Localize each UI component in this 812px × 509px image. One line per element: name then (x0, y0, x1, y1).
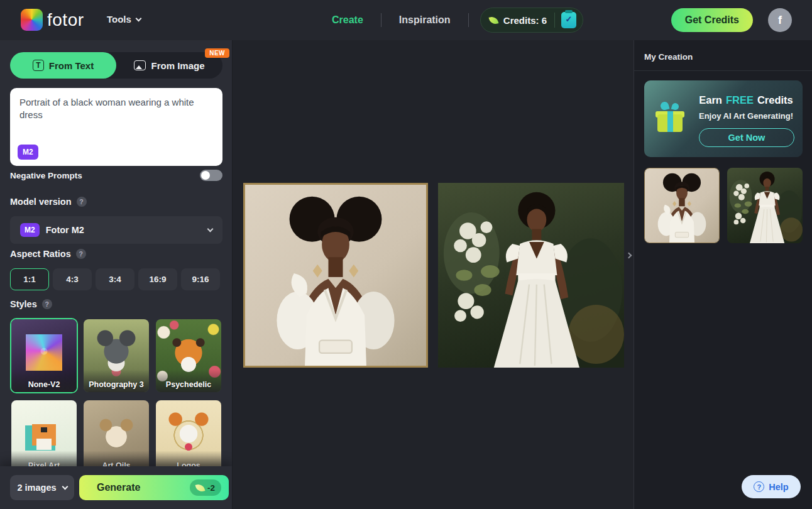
aspect-ratio-options: 1:1 4:3 3:4 16:9 9:16 (10, 268, 222, 290)
model-version-label: Model version (10, 197, 72, 207)
tab-from-text[interactable]: T From Text (10, 52, 116, 79)
get-now-button[interactable]: Get Now (699, 128, 794, 147)
get-credits-button[interactable]: Get Credits (671, 8, 753, 32)
creation-thumbnail-2[interactable] (727, 168, 803, 243)
aspect-3-4[interactable]: 3:4 (96, 268, 134, 290)
check-in-icon[interactable] (561, 12, 576, 28)
image-count-value: 2 images (17, 483, 56, 493)
style-name: Photography 3 (84, 380, 149, 389)
aspect-4-3[interactable]: 4:3 (53, 268, 92, 290)
aspect-9-16[interactable]: 9:16 (181, 268, 220, 290)
aspect-1-1[interactable]: 1:1 (10, 268, 49, 290)
help-label: Help (769, 482, 788, 492)
banner-free: FREE (726, 94, 754, 106)
generated-image-1[interactable] (243, 183, 428, 368)
new-badge: NEW (205, 48, 229, 58)
earn-credits-banner: Earn FREE Credits Enjoy AI Art Generatin… (644, 80, 803, 157)
source-tabbar: T From Text From Image (10, 52, 222, 79)
nav-link-inspiration[interactable]: Inspiration (381, 14, 468, 26)
model-version-heading: Model version ? (10, 197, 87, 207)
credits-divider (554, 13, 555, 28)
styles-grid: None-V2 Photography 3 Psychedelic Pixel … (10, 318, 222, 474)
panel-collapse-chevron[interactable] (627, 248, 631, 261)
style-none-v2[interactable]: None-V2 (10, 318, 78, 393)
user-avatar[interactable]: f (768, 8, 792, 32)
aspect-ratios-label: Aspect Ratios (10, 249, 71, 259)
tools-label: Tools (107, 14, 131, 25)
generate-button[interactable]: Generate -2 (79, 475, 229, 500)
banner-earn: Earn (699, 94, 722, 106)
styles-heading: Styles ? (10, 299, 52, 309)
style-photography-3[interactable]: Photography 3 (82, 318, 150, 393)
help-question-icon[interactable]: ? (77, 197, 87, 207)
credit-cost-value: -2 (207, 483, 215, 493)
style-pixel-art[interactable]: Pixel Art (10, 399, 78, 474)
generate-label: Generate (97, 482, 190, 493)
model-badge: M2 (20, 223, 40, 237)
prompt-model-badge: M2 (18, 145, 38, 160)
chevron-down-icon (207, 226, 214, 233)
help-button[interactable]: ? Help (742, 475, 801, 498)
credits-count: Credits: 6 (503, 15, 547, 26)
negative-prompts-toggle[interactable] (200, 170, 222, 181)
fotor-logo-text: fotor (47, 10, 84, 30)
my-creation-panel: My Creation Earn FREE Credits Enjoy AI A… (634, 40, 812, 509)
image-count-dropdown[interactable]: 2 images (10, 475, 74, 500)
my-creation-title: My Creation (644, 52, 693, 62)
panel-divider (634, 70, 812, 71)
prompt-input[interactable]: Portrait of a black woman wearing a whit… (10, 88, 222, 166)
negative-prompts-row: Negative Prompts (10, 170, 222, 181)
style-name: Psychedelic (156, 380, 221, 389)
text-icon: T (33, 60, 44, 71)
banner-credits: Credits (757, 94, 793, 106)
fotor-logo-icon (21, 9, 43, 31)
top-navbar: fotor Tools Create Inspiration My Creati… (0, 0, 812, 40)
aspect-ratios-heading: Aspect Ratios ? (10, 249, 86, 259)
model-value: Fotor M2 (46, 225, 208, 235)
nav-link-create[interactable]: Create (314, 14, 381, 26)
aspect-16-9[interactable]: 16:9 (138, 268, 177, 290)
help-question-icon[interactable]: ? (76, 249, 86, 259)
chevron-down-icon (135, 15, 141, 21)
help-icon: ? (754, 481, 764, 492)
prompt-text: Portrait of a black woman wearing a whit… (19, 97, 194, 120)
generate-footer: 2 images Generate -2 (0, 466, 233, 509)
image-icon (134, 60, 146, 70)
styles-label: Styles (10, 299, 37, 309)
style-logos[interactable]: Logos (155, 399, 222, 474)
style-name: None-V2 (11, 380, 77, 389)
fotor-logo[interactable]: fotor (21, 9, 84, 31)
result-canvas (233, 40, 634, 509)
help-question-icon[interactable]: ? (42, 299, 52, 309)
credit-cost-badge: -2 (190, 479, 221, 496)
generation-sidebar: T From Text From Image NEW Portrait of a… (0, 40, 233, 509)
style-psychedelic[interactable]: Psychedelic (155, 318, 222, 393)
tools-menu[interactable]: Tools (107, 14, 141, 25)
tab-from-text-label: From Text (49, 60, 94, 71)
gift-icon (656, 104, 684, 133)
leaf-icon (195, 483, 206, 493)
generated-image-2[interactable] (438, 183, 624, 368)
banner-headline: Earn FREE Credits (696, 94, 796, 106)
tab-from-image-label: From Image (151, 60, 204, 71)
negative-prompts-label: Negative Prompts (10, 171, 82, 180)
style-art-oils[interactable]: Art Oils (82, 399, 150, 474)
banner-text: Earn FREE Credits Enjoy AI Art Generatin… (696, 94, 796, 147)
credits-pill[interactable]: Credits: 6 (480, 8, 583, 33)
chevron-down-icon (62, 484, 68, 490)
creation-thumbnail-1[interactable] (644, 168, 720, 243)
leaf-icon (488, 15, 498, 25)
model-version-dropdown[interactable]: M2 Fotor M2 (10, 216, 222, 244)
banner-subtitle: Enjoy AI Art Generating! (696, 111, 796, 121)
